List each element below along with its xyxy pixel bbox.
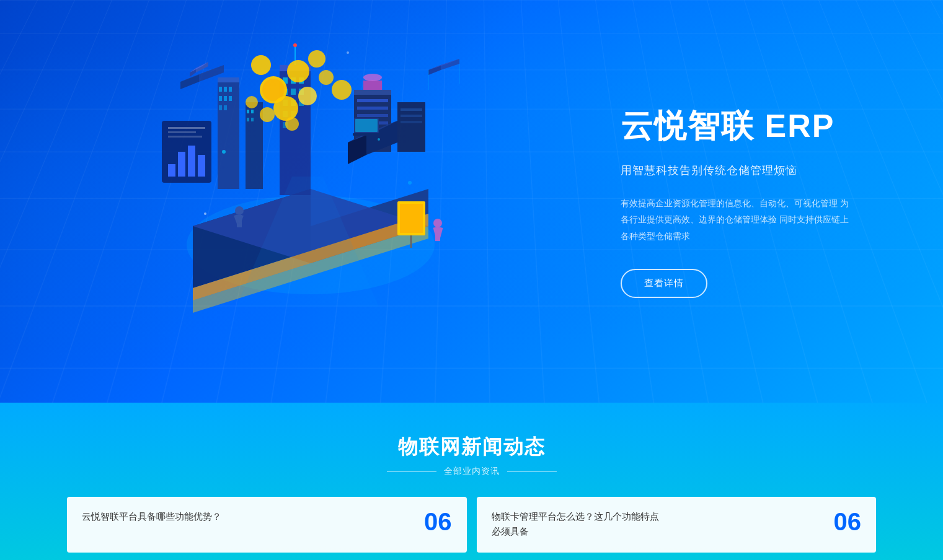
svg-point-48 (285, 117, 299, 131)
svg-rect-14 (219, 105, 222, 110)
svg-rect-13 (229, 96, 232, 101)
news-card-1-day: 06 (424, 509, 452, 534)
hero-section: 云悦智联 ERP 用智慧科技告别传统仓储管理烦恼 有效提高企业资源化管理的信息化… (0, 0, 943, 403)
svg-rect-20 (251, 118, 254, 121)
hero-description: 有效提高企业资源化管理的信息化、自动化、可视化管理 为各行业提供更高效、边界的仓… (621, 195, 856, 245)
svg-rect-65 (355, 119, 378, 132)
svg-point-44 (260, 107, 275, 122)
svg-rect-27 (291, 89, 296, 95)
svg-rect-79 (168, 164, 175, 177)
svg-rect-58 (401, 108, 422, 111)
svg-point-46 (246, 96, 258, 108)
hero-detail-button[interactable]: 查看详情 (621, 269, 707, 298)
news-card-2-date: 06 (834, 509, 862, 534)
svg-marker-93 (428, 65, 441, 75)
svg-rect-85 (168, 136, 202, 138)
city-svg (131, 28, 490, 350)
divider-right (507, 471, 557, 472)
news-card-1-date: 06 (424, 509, 452, 534)
svg-rect-52 (357, 107, 388, 110)
svg-rect-60 (401, 121, 422, 123)
svg-rect-80 (178, 152, 185, 177)
hero-content: 云悦智联 ERP 用智慧科技告别传统仓储管理烦恼 有效提高企业资源化管理的信息化… (621, 105, 943, 299)
svg-point-42 (273, 96, 298, 121)
svg-rect-55 (363, 81, 382, 90)
hero-title: 云悦智联 ERP (621, 105, 893, 148)
svg-rect-81 (188, 146, 195, 177)
svg-rect-12 (224, 96, 227, 101)
svg-rect-8 (219, 87, 222, 92)
divider-left (387, 471, 436, 472)
svg-rect-10 (229, 87, 232, 92)
svg-point-67 (235, 206, 244, 215)
svg-rect-51 (357, 99, 388, 102)
svg-rect-50 (354, 90, 391, 95)
svg-rect-17 (247, 110, 249, 113)
svg-rect-9 (224, 87, 227, 92)
svg-point-100 (204, 212, 206, 215)
svg-point-41 (251, 55, 271, 75)
svg-point-40 (308, 50, 325, 68)
news-card-1-text: 云悦智联平台具备哪些功能优势？ (82, 509, 221, 524)
svg-rect-84 (168, 131, 196, 133)
news-subtitle-divider: 全部业内资讯 (0, 466, 943, 477)
news-card-2-day: 06 (834, 509, 862, 534)
news-cards-container: 云悦智联平台具备哪些功能优势？ 06 物联卡管理平台怎么选？这几个功能特点必须具… (0, 497, 943, 553)
news-subtitle-text: 全部业内资讯 (444, 466, 500, 477)
news-card-1[interactable]: 云悦智联平台具备哪些功能优势？ 06 (67, 497, 467, 553)
svg-rect-7 (218, 77, 239, 82)
svg-rect-11 (219, 96, 222, 101)
svg-point-47 (332, 80, 352, 100)
svg-point-45 (319, 70, 334, 85)
news-section: 物联网新闻动态 全部业内资讯 云悦智联平台具备哪些功能优势？ 06 物联卡管理平… (0, 403, 943, 560)
news-card-2-text: 物联卡管理平台怎么选？这几个功能特点必须具备 (492, 509, 665, 539)
svg-point-101 (408, 181, 412, 185)
hero-illustration-area (0, 0, 621, 403)
svg-rect-53 (357, 114, 388, 117)
svg-point-74 (433, 219, 442, 227)
svg-point-98 (222, 150, 226, 154)
svg-point-99 (378, 138, 380, 141)
svg-rect-66 (353, 133, 380, 136)
svg-point-39 (287, 60, 309, 82)
svg-rect-15 (224, 105, 227, 110)
svg-rect-6 (218, 77, 239, 189)
hero-illustration (131, 28, 490, 350)
svg-point-56 (363, 74, 382, 81)
svg-rect-83 (168, 127, 205, 129)
hero-subtitle: 用智慧科技告别传统仓储管理烦恼 (621, 163, 893, 178)
svg-point-102 (347, 51, 349, 54)
svg-rect-59 (401, 115, 422, 117)
svg-rect-18 (251, 110, 254, 113)
svg-point-43 (298, 87, 317, 105)
svg-rect-72 (400, 204, 423, 233)
svg-rect-19 (247, 118, 249, 121)
news-card-2[interactable]: 物联卡管理平台怎么选？这几个功能特点必须具备 06 (477, 497, 877, 553)
news-section-title: 物联网新闻动态 (0, 434, 943, 461)
svg-point-36 (293, 43, 297, 47)
svg-rect-82 (198, 155, 205, 177)
